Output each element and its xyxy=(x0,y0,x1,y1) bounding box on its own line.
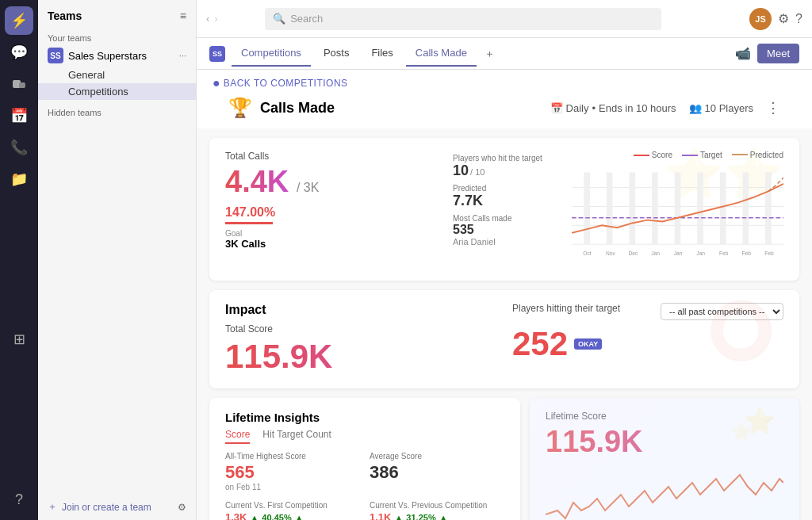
search-bar[interactable]: 🔍 Search xyxy=(265,8,661,30)
teams-icon[interactable] xyxy=(5,70,33,98)
back-arrow-icon: ● xyxy=(213,76,220,90)
join-create-team[interactable]: ＋ Join or create a team ⚙ xyxy=(38,494,196,520)
total-score-value: 115.9K xyxy=(225,338,496,376)
calls-percentage: 147.00% xyxy=(225,205,437,220)
vs-first-arrow2: ▲ xyxy=(295,513,304,521)
calls-stats: Players who hit the target 10 / 10 Predi… xyxy=(453,151,556,268)
svg-rect-1 xyxy=(19,82,25,88)
sidebar-title: Teams xyxy=(48,10,82,22)
predicted-legend: Predicted xyxy=(732,151,783,159)
back-nav-icon[interactable]: ‹ xyxy=(206,13,209,25)
channel-general[interactable]: General xyxy=(38,67,196,83)
team-more-icon[interactable]: ··· xyxy=(179,51,186,60)
chart-legend: Score Target Predicted xyxy=(572,151,783,159)
meet-button[interactable]: Meet xyxy=(757,44,799,63)
most-calls-by: Aria Daniel xyxy=(453,237,556,247)
avatar[interactable]: JS xyxy=(749,8,772,30)
impact-left: Impact Total Score 115.9K xyxy=(225,303,496,376)
settings-top-icon[interactable]: ⚙ xyxy=(778,11,789,26)
calls-value-row: 4.4K / 3K xyxy=(225,165,437,199)
vs-first-label: Current Vs. First Competition xyxy=(225,501,360,510)
topbar-right: JS ⚙ ? xyxy=(749,8,802,30)
svg-text:Feb: Feb xyxy=(742,250,752,256)
join-create-label: Join or create a team xyxy=(62,502,151,513)
most-calls-label: Most Calls made xyxy=(453,214,556,223)
all-time-score: All-Time Highest Score 565 on Feb 11 xyxy=(225,452,360,491)
predicted-value: 7.7K xyxy=(453,193,556,209)
main-area: ‹ › 🔍 Search JS ⚙ ? SS Competitions Post… xyxy=(197,0,812,520)
sidebar: Teams ≡ Your teams SS Sales Superstars ·… xyxy=(38,0,197,520)
tab-posts[interactable]: Posts xyxy=(314,40,359,67)
vs-prev-label: Current Vs. Previous Competition xyxy=(370,501,504,510)
channel-competitions[interactable]: Competitions xyxy=(38,83,196,100)
svg-text:Oct: Oct xyxy=(583,250,592,256)
tab-hit-target[interactable]: Hit Target Count xyxy=(262,429,331,444)
your-teams-label: Your teams xyxy=(38,29,196,44)
all-time-value: 565 xyxy=(225,462,360,483)
help-icon[interactable]: ? xyxy=(5,485,33,514)
target-legend: Target xyxy=(682,151,722,159)
apps-icon[interactable]: ⊞ xyxy=(5,325,33,354)
tab-bar: SS Competitions Posts Files Calls Made ＋… xyxy=(197,38,812,70)
impact-title: Impact xyxy=(225,303,496,317)
activity-icon[interactable]: ⚡ xyxy=(5,6,33,35)
svg-text:Feb: Feb xyxy=(719,250,729,256)
tab-calls-made[interactable]: Calls Made xyxy=(406,40,477,67)
team-avatar: SS xyxy=(48,48,63,63)
nav-bar: ⚡ 💬 📅 📞 📁 ⊞ ? xyxy=(0,0,38,520)
tab-score[interactable]: Score xyxy=(225,429,250,444)
pct-bar xyxy=(225,222,273,224)
hidden-teams-label: Hidden teams xyxy=(38,100,196,119)
help-top-icon[interactable]: ? xyxy=(795,12,802,26)
score-legend: Score xyxy=(634,151,672,159)
players-hit-stat: Players who hit the target 10 / 10 xyxy=(453,154,556,179)
daily-label: Daily xyxy=(566,102,589,114)
vs-prev-value: 1.1K xyxy=(370,511,391,520)
more-options-icon[interactable]: ⋮ xyxy=(766,99,780,117)
avg-label: Average Score xyxy=(370,452,504,461)
players-count: 10 Players xyxy=(705,102,753,114)
most-calls-stat: Most Calls made 535 Aria Daniel xyxy=(453,214,556,247)
svg-text:Nov: Nov xyxy=(606,250,616,256)
video-icon[interactable]: 📹 xyxy=(735,46,751,61)
goal-label: Goal xyxy=(225,229,437,238)
files-icon[interactable]: 📁 xyxy=(5,165,33,193)
settings-icon[interactable]: ⚙ xyxy=(178,502,186,513)
trophy-icon: 🏆 xyxy=(228,97,252,119)
total-calls-card: ⭐⭐ Total Calls 4.4K / 3K 147.00% Goal 3K… xyxy=(209,138,799,281)
search-icon: 🔍 xyxy=(273,13,285,25)
most-calls-value: 535 xyxy=(453,223,556,237)
calls-target: / 3K xyxy=(297,181,319,194)
vs-prev-pct: 31.25% xyxy=(406,513,435,521)
sidebar-header: Teams ≡ xyxy=(38,0,196,29)
back-to-competitions[interactable]: ● BACK TO COMPETITIONS xyxy=(213,76,796,90)
vs-prev-row: 1.1K ▲ 31.25% ▲ xyxy=(370,511,504,520)
back-label: BACK TO COMPETITIONS xyxy=(224,78,348,89)
svg-text:Feb: Feb xyxy=(764,250,774,256)
insights-tabs: Score Hit Target Count xyxy=(225,429,504,444)
filter-icon[interactable]: ≡ xyxy=(180,10,186,22)
calls-chart: Oct Nov Dec Jan Jan Jan Feb Feb Feb xyxy=(572,162,783,266)
all-time-sub: on Feb 11 xyxy=(225,483,360,491)
total-calls-value: 4.4K xyxy=(225,165,289,198)
search-placeholder: Search xyxy=(290,13,323,25)
content-area: ● BACK TO COMPETITIONS 🏆 Calls Made 📅 Da… xyxy=(197,70,812,520)
forward-nav-icon[interactable]: › xyxy=(214,13,217,25)
calls-icon[interactable]: 📞 xyxy=(5,133,33,162)
tab-competitions[interactable]: Competitions xyxy=(232,40,311,67)
insights-title: Lifetime Insights xyxy=(225,411,504,424)
goal-value: 3K Calls xyxy=(225,238,437,250)
tab-files[interactable]: Files xyxy=(362,40,402,67)
trophy-left: 🏆 Calls Made xyxy=(228,97,335,119)
trophy-right: 📅 Daily • Ends in 10 hours 👥 10 Players … xyxy=(550,99,780,117)
calls-left: Total Calls 4.4K / 3K 147.00% Goal 3K Ca… xyxy=(225,151,437,268)
add-tab-icon[interactable]: ＋ xyxy=(480,40,500,67)
svg-text:Jan: Jan xyxy=(674,250,683,256)
total-score-label: Total Score xyxy=(225,323,496,335)
calendar-icon[interactable]: 📅 xyxy=(5,101,33,130)
players-hit-label: Players who hit the target xyxy=(453,154,556,162)
vs-first-pct: 40.45% xyxy=(262,513,291,521)
comp-header-area: ● BACK TO COMPETITIONS 🏆 Calls Made 📅 Da… xyxy=(197,70,812,128)
chat-icon[interactable]: 💬 xyxy=(5,38,33,67)
sales-superstars-team[interactable]: SS Sales Superstars ··· xyxy=(38,44,196,67)
